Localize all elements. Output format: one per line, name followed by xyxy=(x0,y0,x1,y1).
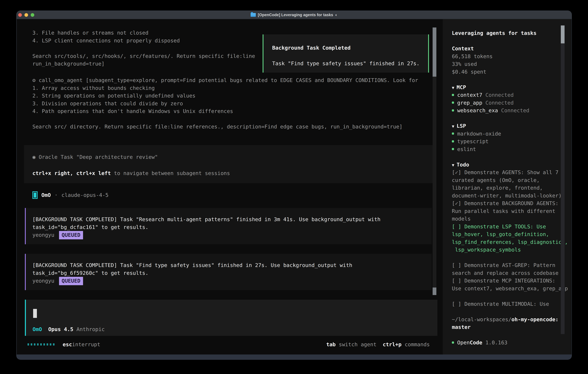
input-agent-name: OmO xyxy=(32,326,42,332)
prompt-input[interactable]: OmO Opus 4.5 Anthropic xyxy=(25,300,437,336)
tab-key-hint: tab xyxy=(326,342,336,347)
mcp-item: context7 Connected xyxy=(452,91,568,99)
todo-line-pending: Use context7, websearch_exa, grep_app xyxy=(452,285,568,292)
sidebar-scrollbar-thumb[interactable] xyxy=(561,25,565,43)
tool-call-item: 3. Division operations that could divide… xyxy=(32,100,418,107)
todo-line-done: curated agents (OmO, oracle, xyxy=(452,176,568,184)
input-provider: Anthropic xyxy=(76,326,105,332)
agent-omo-icon xyxy=(32,191,38,199)
brand-name-bold: Code xyxy=(470,340,482,345)
window-title-group: [OpenCode] Leveraging agents for tasks ◐ xyxy=(251,13,337,17)
mcp-item-status: Connected xyxy=(485,92,514,98)
spinner-dots-icon xyxy=(28,343,54,345)
close-button[interactable] xyxy=(18,13,22,17)
ctrlp-key-hint: ctrl+p xyxy=(383,342,401,347)
todo-line-active: lsp_workspace_symbols xyxy=(452,246,568,254)
tool-call-item: 4. Path operations that don't handle Win… xyxy=(32,107,418,115)
connected-dot-icon xyxy=(452,109,454,112)
lsp-item-name: eslint xyxy=(457,146,476,152)
todo-line-pending: [ ] Demonstrate AST-GREP: Pattern xyxy=(452,261,568,269)
context-used: 33% used xyxy=(452,60,568,68)
status-bar-right: tab switch agent ctrl+p commands xyxy=(326,341,430,348)
ctrlp-key-label: commands xyxy=(405,342,430,347)
tool-call-footer: Search src/ directory. Return specific f… xyxy=(32,123,418,131)
scrollback-line: Search src/tools/, src/hooks/, src/featu… xyxy=(32,52,255,60)
window-title: [OpenCode] Leveraging agents for tasks xyxy=(258,13,333,17)
oracle-task-panel: ◉ Oracle Task "Deep architecture review"… xyxy=(24,145,434,183)
folder-icon xyxy=(251,13,256,17)
lsp-section-header[interactable]: ▼LSP xyxy=(452,122,568,130)
main-scrollbar-end[interactable] xyxy=(433,288,436,295)
lsp-item: eslint xyxy=(452,145,568,153)
todo-line-done: Run parallel tasks with different xyxy=(452,207,568,215)
chevron-down-icon: ▼ xyxy=(452,123,454,130)
connected-dot-icon xyxy=(452,140,454,143)
lsp-item: markdown-oxide xyxy=(452,130,568,138)
mcp-section-header[interactable]: ▼MCP xyxy=(452,83,568,91)
desktop: [OpenCode] Leveraging agents for tasks ◐… xyxy=(0,0,588,374)
task-card-line2: task_id="bg_dcfac161" to get results. xyxy=(32,223,431,231)
todo-line-active: lsp_hover, lsp_goto_definition, xyxy=(452,230,568,238)
workspace-prefix: ~/local-workspaces/ xyxy=(452,316,512,322)
task-card: [BACKGROUND TASK COMPLETED] Task "Find t… xyxy=(25,254,431,290)
connected-dot-icon xyxy=(452,148,454,150)
dot-separator-icon: · xyxy=(54,191,58,199)
todo-line-pending: [ ] Demonstrate MULTIMODAL: Use xyxy=(452,300,568,308)
task-card-meta: yeongyuQUEUED xyxy=(32,231,431,239)
lsp-item: typescript xyxy=(452,137,568,145)
todo-line-pending: search and replace across codebase xyxy=(452,269,568,277)
oracle-hint-keys: ctrl+x right, ctrl+x left xyxy=(32,170,111,176)
window-titlebar[interactable]: [OpenCode] Leveraging agents for tasks ◐ xyxy=(17,11,571,19)
workspace-repo: oh-my-opencode: xyxy=(512,316,558,322)
mcp-item-name: websearch_exa xyxy=(457,107,498,113)
tool-call-item: 2. String operations on potentially unde… xyxy=(32,92,418,100)
task-card: [BACKGROUND TASK COMPLETED] Task "Resear… xyxy=(25,208,431,244)
task-card-author: yeongyu xyxy=(32,278,54,284)
task-card-line2: task_id="bg_6f59260c" to get results. xyxy=(32,269,431,277)
esc-key-hint: esc xyxy=(63,341,72,348)
tool-call-header: call_omo_agent [subagent_type=explore, p… xyxy=(39,77,418,83)
todo-line-pending: [ ] Demonstrate MCP INTEGRATIONS: xyxy=(452,277,568,285)
scrollback-line: 3. File handles or streams not closed xyxy=(32,29,255,37)
zoom-button[interactable] xyxy=(31,13,34,17)
window-bottom-edge xyxy=(17,354,571,359)
oracle-hint-text: to navigate between subagent sessions xyxy=(111,170,230,176)
tool-call-item: 1. Array access without bounds checking xyxy=(32,84,418,92)
esc-key-label: interrupt xyxy=(72,341,100,348)
oracle-task-icon: ◉ xyxy=(32,154,36,160)
lsp-item-name: typescript xyxy=(457,138,489,144)
mcp-item: websearch_exa Connected xyxy=(452,107,568,114)
scrollback-line: run_in_background=true] xyxy=(32,60,255,68)
status-badge: QUEUED xyxy=(59,277,83,285)
mcp-item-status: Connected xyxy=(501,107,529,113)
task-card-meta: yeongyuQUEUED xyxy=(32,277,431,285)
input-model: Opus 4.5 xyxy=(48,326,73,332)
agent-name: OmO xyxy=(41,191,51,199)
input-meta: OmO Opus 4.5 Anthropic xyxy=(32,325,105,333)
version-line: OpenCode 1.0.163 xyxy=(452,339,568,346)
lsp-heading: LSP xyxy=(457,123,466,129)
task-card-line1: [BACKGROUND TASK COMPLETED] Task "Find t… xyxy=(32,261,431,269)
todo-line-done: librarian, explore, frontend, xyxy=(452,184,568,192)
tool-call-block: ⚙ call_omo_agent [subagent_type=explore,… xyxy=(32,76,418,131)
task-card-author: yeongyu xyxy=(32,232,54,238)
mcp-item-name: context7 xyxy=(457,92,482,98)
minimize-button[interactable] xyxy=(24,13,28,17)
tool-call-header-line: ⚙ call_omo_agent [subagent_type=explore,… xyxy=(32,76,418,84)
status-sidebar: Leveraging agents for tasks Context 66,5… xyxy=(443,19,571,354)
main-scrollbar-thumb[interactable] xyxy=(433,28,436,77)
agent-model: claude-opus-4-5 xyxy=(62,191,108,199)
session-state-icon: ◐ xyxy=(335,13,337,17)
todo-line-done: document-writer, multimodal-looker) xyxy=(452,192,568,200)
tab-key-label: switch agent xyxy=(339,342,377,347)
todo-section-header[interactable]: ▼Todo xyxy=(452,161,568,169)
todo-line-active: lsp_find_references, lsp_diagnostics, xyxy=(452,238,568,246)
todo-line-done: [✓] Demonstrate AGENTS: Show all 7 xyxy=(452,168,568,176)
sidebar-scrollbar-track[interactable] xyxy=(561,25,565,334)
oracle-title: Oracle Task "Deep architecture review" xyxy=(39,154,158,160)
toast-title: Background Task Completed xyxy=(272,44,351,52)
connected-dot-icon xyxy=(452,102,454,104)
chevron-down-icon: ▼ xyxy=(452,161,454,169)
todo-line-done: [✓] Demonstrate BACKGROUND AGENTS: xyxy=(452,199,568,207)
toast-body: Task "Find type safety issues" finished … xyxy=(272,60,420,67)
